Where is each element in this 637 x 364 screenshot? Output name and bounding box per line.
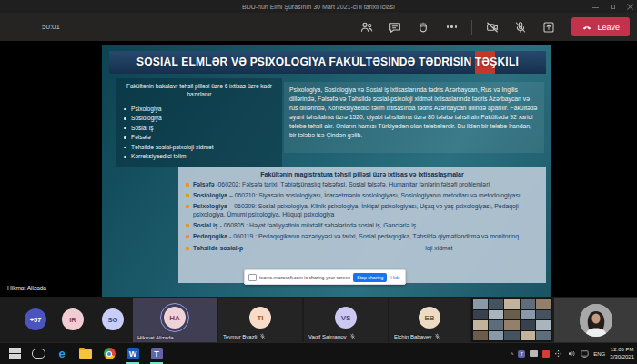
participant-name: Vagif Salmanov xyxy=(308,333,356,340)
maximize-icon[interactable] xyxy=(610,4,616,10)
leave-button[interactable]: Leave xyxy=(571,17,630,36)
participant-tile[interactable]: VS Vagif Salmanov xyxy=(304,298,388,342)
bullet-marker-icon xyxy=(186,194,189,197)
minimize-icon[interactable] xyxy=(592,4,599,10)
hang-up-icon xyxy=(581,22,592,33)
folder-icon xyxy=(79,349,92,359)
bachelor-item: Təhsildə sosial-psixoloji xidmət xyxy=(131,143,282,153)
bullet-marker-icon xyxy=(186,224,189,228)
participant-name: Teymur Byazli xyxy=(223,333,266,340)
bullet-marker-icon xyxy=(186,183,189,187)
master-item: Fəlsəfə -060202: Fəlsəfə tarixi, Təbiətş… xyxy=(186,181,539,189)
chrome-taskbar-button[interactable] xyxy=(102,343,116,364)
mic-muted-icon xyxy=(259,333,266,340)
task-view-icon xyxy=(32,349,46,359)
speaking-indicator-ring: HA xyxy=(160,303,189,332)
bachelor-list: Psixologiya Sosiologiya Sosial iş Fəlsəf… xyxy=(116,105,282,162)
tray-expand-chevron-icon[interactable]: ^ xyxy=(511,351,513,358)
participant-tile[interactable]: HA Hikmat Alizada xyxy=(133,298,217,342)
bachelor-item: Sosiologiya xyxy=(131,114,282,124)
participant-avatar: TI xyxy=(249,307,271,329)
video-thumbnails xyxy=(473,299,551,340)
master-item: Sosiologiya – 060210: Siyasətin sosiolog… xyxy=(186,192,539,200)
bachelor-item: Fəlsəfə xyxy=(131,133,282,143)
participant-name: Hikmat Alizada xyxy=(137,335,174,340)
clock[interactable]: 12:06 PM 3/30/2021 xyxy=(610,347,634,360)
participant-avatar: EB xyxy=(419,307,440,329)
mic-muted-icon xyxy=(349,333,356,340)
master-item: Psixologiya – 060209: Sosial psixologiya… xyxy=(186,203,539,218)
window-titlebar: BDU-nun Elmi Şurasının 30 Mart 2021-ci i… xyxy=(0,0,637,13)
teams-icon: T xyxy=(151,348,163,359)
master-item: Sosial iş - 060805 : Həyat fəaliyyətinin… xyxy=(186,222,539,230)
monitor-icon xyxy=(248,274,257,281)
stop-sharing-button[interactable]: Stop sharing xyxy=(353,273,387,282)
presenter-name-label: Hikmat Alizada xyxy=(7,285,46,291)
slide-title: SOSİAL ELMLƏR VƏ PSİXOLOGİYA FAKÜLTƏSİND… xyxy=(109,51,546,74)
bachelor-item: Korreksiyaedici təlim xyxy=(131,152,282,162)
task-view-button[interactable] xyxy=(31,343,46,364)
participant-avatar[interactable]: IR xyxy=(62,308,84,330)
clock-date: 3/30/2021 xyxy=(610,354,634,361)
window-title: BDU-nun Elmi Şurasının 30 Mart 2021-ci i… xyxy=(242,4,395,10)
participants-icon[interactable] xyxy=(359,19,375,35)
participant-filmstrip: +57 IR SG HA Hikmat Alizada TI Teymur By… xyxy=(0,297,637,343)
master-item: Təhsildə sosial-ploji xidmət xyxy=(186,245,539,253)
master-heading: Fakültənin magistratura təhsil pilləsi ü… xyxy=(186,171,539,177)
tray-volume-icon[interactable] xyxy=(567,349,576,358)
chrome-icon xyxy=(104,348,116,359)
windows-taskbar: e W T ^ T ENG xyxy=(0,342,637,364)
slide-title-banner: SOSİAL ELMLƏR VƏ PSİXOLOGİYA FAKÜLTƏSİND… xyxy=(109,51,546,74)
participants-video-grid[interactable] xyxy=(471,298,552,342)
windows-logo-icon xyxy=(9,348,21,359)
participant-video-avatar xyxy=(580,304,612,337)
teams-meeting-window: BDU-nun Elmi Şurasının 30 Mart 2021-ci i… xyxy=(0,0,637,364)
more-options-icon[interactable] xyxy=(443,19,460,35)
chat-icon[interactable] xyxy=(387,19,403,35)
word-taskbar-button[interactable]: W xyxy=(126,343,140,364)
bullet-marker-icon xyxy=(186,235,189,238)
share-banner-text: teams.microsoft.com is sharing your scre… xyxy=(259,275,350,280)
meeting-timer: 50:01 xyxy=(42,23,60,31)
participant-name: Elchin Babayev xyxy=(394,333,440,340)
mic-muted-icon xyxy=(434,333,440,340)
bachelor-item: Sosial iş xyxy=(131,124,282,134)
bachelor-heading: Fakültənin bakalavr təhsil pilləsi üzrə … xyxy=(116,78,282,101)
overflow-participants-avatar[interactable]: +57 xyxy=(25,308,46,330)
teams-taskbar-button[interactable]: T xyxy=(149,343,164,364)
participant-video-tile[interactable] xyxy=(554,298,637,342)
participant-avatar[interactable]: SG xyxy=(102,308,124,330)
clock-time: 12:06 PM xyxy=(610,347,634,354)
hide-banner-button[interactable]: Hide xyxy=(389,275,401,280)
tray-pointing-device-icon[interactable] xyxy=(554,349,562,358)
leave-button-label: Leave xyxy=(597,23,620,32)
raise-hand-icon[interactable] xyxy=(415,19,431,35)
shared-screen-slide: SOSİAL ELMLƏR VƏ PSİXOLOGİYA FAKÜLTƏSİND… xyxy=(102,46,551,298)
bachelor-item: Psixologiya xyxy=(131,105,282,115)
bachelor-programs-box: Fakültənin bakalavr təhsil pilləsi üzrə … xyxy=(116,78,282,167)
participant-tile[interactable]: EB Elchin Babayev xyxy=(389,298,470,342)
master-item: Pedaqogika - 060119 : Pedaqogikanın nəzə… xyxy=(186,233,539,241)
tray-notifications-icon[interactable] xyxy=(581,350,589,358)
start-button[interactable] xyxy=(7,343,22,364)
participant-avatar: HA xyxy=(164,307,186,329)
word-icon: W xyxy=(127,348,139,359)
toolbar-divider xyxy=(471,20,472,35)
screen-share-banner: teams.microsoft.com is sharing your scre… xyxy=(244,269,406,285)
bullet-marker-icon xyxy=(186,205,189,208)
meeting-stage: SOSİAL ELMLƏR VƏ PSİXOLOGİYA FAKÜLTƏSİND… xyxy=(0,41,637,297)
tray-app-icon[interactable] xyxy=(530,350,538,357)
close-icon[interactable] xyxy=(627,4,633,10)
mic-off-icon[interactable] xyxy=(512,19,529,35)
master-programs-box: Fakültənin magistratura təhsil pilləsi ü… xyxy=(178,167,546,283)
edge-taskbar-button[interactable]: e xyxy=(55,343,69,364)
camera-off-icon[interactable] xyxy=(484,19,500,35)
meeting-toolbar: 50:01 xyxy=(0,13,637,41)
participant-avatar: VS xyxy=(335,307,357,329)
share-screen-icon[interactable] xyxy=(541,19,557,35)
tray-teams-icon[interactable]: T xyxy=(518,350,525,358)
language-indicator[interactable]: ENG xyxy=(593,351,605,357)
participant-tile[interactable]: TI Teymur Byazli xyxy=(218,298,302,342)
tray-antivirus-icon[interactable] xyxy=(542,350,550,358)
file-explorer-button[interactable] xyxy=(78,343,93,364)
